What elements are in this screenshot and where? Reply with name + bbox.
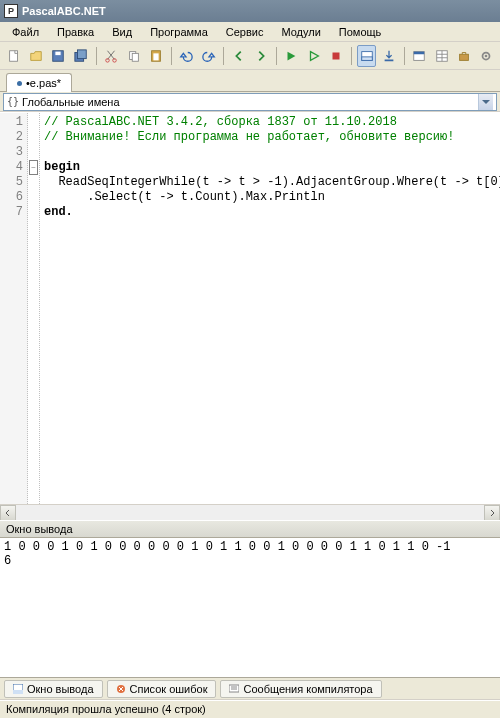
tab-label: Список ошибок [130, 683, 208, 695]
menu-edit[interactable]: Правка [49, 24, 102, 40]
form-designer-button[interactable] [410, 45, 429, 67]
open-button[interactable] [26, 45, 45, 67]
svg-rect-0 [9, 50, 17, 61]
nav-back-button[interactable] [229, 45, 248, 67]
scope-selector[interactable]: {} Глобальные имена [3, 93, 497, 111]
menu-modules[interactable]: Модули [273, 24, 328, 40]
tab-bar: •e.pas* [0, 70, 500, 92]
toolbar-separator [351, 47, 352, 65]
undo-button[interactable] [176, 45, 195, 67]
svg-rect-13 [361, 56, 372, 60]
status-text: Компиляция прошла успешно (4 строк) [6, 703, 206, 715]
toolbar [0, 42, 500, 70]
titlebar: P PascalABC.NET [0, 0, 500, 22]
toolbar-separator [276, 47, 277, 65]
fold-column: − [28, 113, 40, 504]
svg-rect-14 [385, 59, 394, 61]
svg-rect-8 [132, 53, 138, 61]
bottom-tabs: Окно вывода Список ошибок Сообщения комп… [0, 678, 500, 700]
tab-output[interactable]: Окно вывода [4, 680, 103, 698]
menu-program[interactable]: Программа [142, 24, 216, 40]
output-panel-title: Окно вывода [0, 520, 500, 538]
svg-point-20 [485, 54, 488, 57]
toolbox-button[interactable] [454, 45, 473, 67]
svg-rect-22 [13, 690, 23, 694]
paste-button[interactable] [146, 45, 165, 67]
status-bar: Компиляция прошла успешно (4 строк) [0, 700, 500, 718]
svg-rect-16 [414, 51, 425, 54]
scroll-right-button[interactable] [484, 505, 500, 521]
stop-button[interactable] [327, 45, 346, 67]
redo-button[interactable] [199, 45, 218, 67]
nav-forward-button[interactable] [252, 45, 271, 67]
braces-icon: {} [7, 96, 19, 107]
svg-rect-10 [153, 53, 158, 60]
svg-rect-18 [460, 54, 469, 60]
fold-toggle[interactable]: − [29, 160, 38, 175]
svg-rect-2 [56, 51, 61, 55]
output-panel[interactable]: 1 0 0 0 1 0 1 0 0 0 0 0 0 1 0 1 1 0 0 1 … [0, 538, 500, 678]
scroll-left-button[interactable] [0, 505, 16, 521]
line-number-gutter: 1234567 [0, 113, 28, 504]
menu-view[interactable]: Вид [104, 24, 140, 40]
cut-button[interactable] [101, 45, 120, 67]
options-button[interactable] [477, 45, 496, 67]
step-into-button[interactable] [379, 45, 398, 67]
run-button[interactable] [282, 45, 301, 67]
code-editor[interactable]: 1234567 − // PascalABC.NET 3.4.2, сборка… [0, 112, 500, 504]
copy-button[interactable] [124, 45, 143, 67]
menu-file[interactable]: Файл [4, 24, 47, 40]
tab-label: •e.pas* [26, 77, 61, 89]
toolbar-separator [96, 47, 97, 65]
app-icon: P [4, 4, 18, 18]
tab-modified-icon [17, 81, 22, 86]
scope-label: Глобальные имена [22, 96, 120, 108]
horizontal-scrollbar[interactable] [0, 504, 500, 520]
scope-selector-row: {} Глобальные имена [0, 92, 500, 112]
menubar: Файл Правка Вид Программа Сервис Модули … [0, 22, 500, 42]
save-button[interactable] [49, 45, 68, 67]
tab-label: Сообщения компилятора [243, 683, 372, 695]
chevron-down-icon[interactable] [478, 94, 493, 110]
run-no-debug-button[interactable] [304, 45, 323, 67]
menu-help[interactable]: Помощь [331, 24, 390, 40]
code-area[interactable]: // PascalABC.NET 3.4.2, сборка 1837 от 1… [40, 113, 500, 504]
menu-service[interactable]: Сервис [218, 24, 272, 40]
save-all-button[interactable] [71, 45, 90, 67]
new-button[interactable] [4, 45, 23, 67]
output-icon [13, 684, 23, 694]
error-list-icon [116, 684, 126, 694]
properties-button[interactable] [432, 45, 451, 67]
window-title: PascalABC.NET [22, 5, 106, 17]
output-toggle-button[interactable] [357, 45, 376, 67]
svg-rect-4 [77, 49, 86, 58]
toolbar-separator [404, 47, 405, 65]
toolbar-separator [171, 47, 172, 65]
compiler-msg-icon [229, 684, 239, 694]
tab-errors[interactable]: Список ошибок [107, 680, 217, 698]
svg-rect-11 [333, 52, 340, 59]
scroll-track[interactable] [16, 505, 484, 520]
tab-compiler-messages[interactable]: Сообщения компилятора [220, 680, 381, 698]
tab-label: Окно вывода [27, 683, 94, 695]
toolbar-separator [223, 47, 224, 65]
tab-file[interactable]: •e.pas* [6, 73, 72, 92]
